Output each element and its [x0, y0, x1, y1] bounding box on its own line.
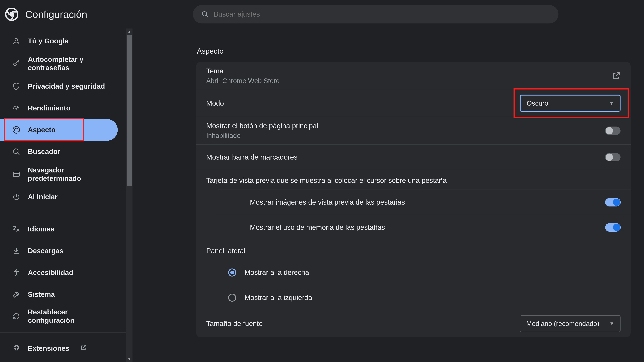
bookmarks-bar-label: Mostrar barra de marcadores	[206, 153, 605, 161]
hover-memory-toggle[interactable]	[605, 223, 620, 232]
header-left: Configuración	[5, 7, 193, 21]
sidebar-item-label: Restablecer configuración	[28, 308, 111, 325]
side-panel-heading: Panel lateral	[196, 240, 630, 260]
sidebar-item-you-and-google[interactable]: Tú y Google	[0, 30, 118, 52]
row-bookmarks-bar: Mostrar barra de marcadores	[196, 145, 630, 170]
row-home-button: Mostrar el botón de página principal Inh…	[196, 117, 630, 145]
key-icon	[12, 59, 20, 68]
svg-point-7	[15, 38, 18, 41]
svg-point-11	[14, 129, 15, 130]
page-title: Configuración	[25, 8, 87, 20]
search-icon	[12, 147, 20, 156]
svg-point-10	[16, 108, 17, 109]
sidebar-item-sistema[interactable]: Sistema	[0, 284, 118, 305]
extension-icon	[12, 344, 20, 353]
sidebar-item-aspecto[interactable]: Aspecto	[0, 119, 118, 141]
font-size-select-value: Mediano (recomendado)	[526, 320, 600, 328]
side-panel-right-label: Mostrar a la derecha	[244, 269, 620, 277]
mode-select-value: Oscuro	[526, 99, 548, 107]
main-content: Aspecto Tema Abrir Chrome Web Store Modo	[132, 28, 644, 362]
hover-card-heading: Tarjeta de vista previa que se muestra a…	[196, 170, 630, 190]
row-side-panel-right[interactable]: Mostrar a la derecha	[196, 260, 630, 285]
scroll-thumb[interactable]	[127, 35, 132, 186]
row-hover-memory: Mostrar el uso de memoria de las pestaña…	[218, 215, 630, 240]
palette-icon	[12, 126, 20, 134]
translate-icon	[12, 225, 20, 233]
sidebar-item-extensiones[interactable]: Extensiones	[0, 338, 118, 359]
bookmarks-bar-toggle[interactable]	[605, 153, 620, 161]
svg-rect-16	[13, 172, 19, 177]
chevron-down-icon: ▼	[610, 321, 614, 326]
reset-icon	[12, 312, 20, 321]
svg-point-12	[15, 128, 16, 129]
sidebar-item-restablecer[interactable]: Restablecer configuración	[0, 305, 118, 327]
svg-point-13	[17, 128, 18, 129]
sidebar-item-descargas[interactable]: Descargas	[0, 240, 118, 262]
svg-line-3	[7, 10, 10, 15]
chevron-down-icon: ▼	[609, 100, 614, 106]
sidebar-item-label: Descargas	[28, 247, 64, 255]
wrench-icon	[12, 290, 20, 299]
sidebar-item-accesibilidad[interactable]: Accesibilidad	[0, 262, 118, 284]
mode-select[interactable]: Oscuro ▼	[520, 95, 620, 112]
shield-icon	[12, 82, 20, 90]
sidebar-item-label: Buscador	[28, 147, 60, 156]
svg-point-5	[202, 11, 206, 16]
section-title: Aspecto	[197, 47, 630, 55]
sidebar-scrollbar[interactable]: ▴ ▾	[126, 28, 132, 362]
search-icon	[201, 10, 209, 18]
sidebar-divider	[0, 213, 126, 213]
sidebar-item-label: Aspecto	[28, 126, 56, 134]
sidebar-item-idiomas[interactable]: Idiomas	[0, 218, 118, 240]
side-panel-left-label: Mostrar a la izquierda	[244, 294, 620, 302]
search-box[interactable]	[193, 5, 558, 23]
sidebar-item-navegador-predeterminado[interactable]: Navegador predeterminado	[0, 163, 118, 186]
mode-label: Modo	[206, 99, 520, 107]
sidebar-item-autocompletar[interactable]: Autocompletar y contraseñas	[0, 52, 118, 75]
sidebar-item-label: Extensiones	[28, 344, 69, 353]
row-side-panel-left[interactable]: Mostrar a la izquierda	[196, 285, 630, 310]
scroll-down-icon[interactable]: ▾	[126, 356, 132, 362]
header: Configuración	[0, 0, 644, 28]
sidebar-item-buscador[interactable]: Buscador	[0, 141, 118, 163]
sidebar-item-label: Privacidad y seguridad	[28, 82, 105, 90]
sidebar-item-al-iniciar[interactable]: Al iniciar	[0, 186, 118, 208]
speedometer-icon	[12, 104, 20, 112]
sidebar: Tú y Google Autocompletar y contraseñas …	[0, 28, 126, 362]
hover-preview-images-label: Mostrar imágenes de vista previa de las …	[250, 198, 605, 206]
row-hover-preview-images: Mostrar imágenes de vista previa de las …	[218, 190, 630, 215]
search-wrap	[193, 5, 639, 23]
svg-point-8	[14, 63, 16, 66]
row-theme[interactable]: Tema Abrir Chrome Web Store	[196, 62, 630, 90]
sidebar-item-label: Autocompletar y contraseñas	[28, 55, 111, 72]
font-size-label: Tamaño de fuente	[206, 320, 520, 328]
side-panel-right-radio[interactable]	[228, 269, 236, 277]
open-in-new-icon[interactable]	[612, 71, 620, 80]
sidebar-item-label: Al iniciar	[28, 193, 58, 201]
svg-line-6	[206, 15, 208, 17]
font-size-select[interactable]: Mediano (recomendado) ▼	[520, 315, 620, 332]
sidebar-item-label: Sistema	[28, 290, 55, 299]
sidebar-item-label: Idiomas	[28, 225, 54, 233]
browser-icon	[12, 170, 20, 178]
sidebar-item-label: Navegador predeterminado	[28, 166, 111, 183]
home-button-sublabel: Inhabilitado	[206, 132, 605, 139]
hover-preview-images-toggle[interactable]	[605, 198, 620, 206]
appearance-card: Tema Abrir Chrome Web Store Modo Oscuro	[196, 62, 630, 337]
home-button-label: Mostrar el botón de página principal	[206, 122, 605, 130]
sidebar-item-label: Accesibilidad	[28, 269, 73, 277]
chrome-logo-icon	[5, 7, 18, 21]
side-panel-left-radio[interactable]	[228, 294, 236, 302]
row-mode: Modo Oscuro ▼	[196, 90, 630, 117]
sidebar-item-rendimiento[interactable]: Rendimiento	[0, 97, 118, 119]
scroll-up-icon[interactable]: ▴	[126, 28, 132, 35]
sidebar-divider	[0, 332, 126, 333]
download-icon	[12, 247, 20, 255]
theme-label: Tema	[206, 67, 612, 75]
sidebar-item-label: Rendimiento	[28, 104, 70, 112]
home-button-toggle[interactable]	[605, 126, 620, 135]
sidebar-item-privacidad[interactable]: Privacidad y seguridad	[0, 75, 118, 97]
svg-line-15	[18, 153, 19, 155]
search-input[interactable]	[214, 10, 550, 18]
hover-memory-label: Mostrar el uso de memoria de las pestaña…	[250, 223, 605, 231]
